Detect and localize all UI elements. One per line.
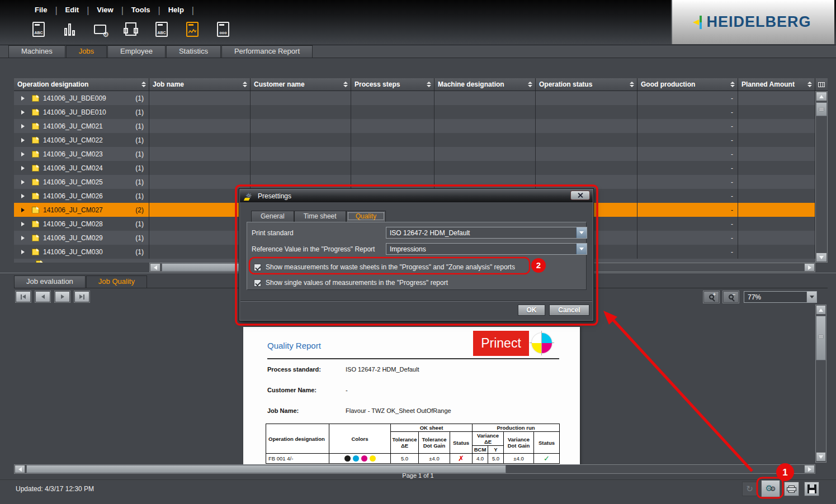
- empty-cell: [149, 133, 251, 147]
- sort-spinner-icon[interactable]: [807, 82, 812, 87]
- tab-job-evaluation[interactable]: Job evaluation: [14, 275, 86, 288]
- expand-icon[interactable]: [21, 166, 25, 170]
- expand-icon[interactable]: [21, 152, 25, 156]
- column-header-process-steps[interactable]: Process steps: [351, 78, 434, 91]
- sort-spinner-icon[interactable]: [528, 82, 532, 87]
- last-page-button[interactable]: [74, 291, 89, 302]
- menu-edit[interactable]: Edit: [58, 4, 87, 16]
- dialog-title-bar[interactable]: ☼ Presettings: [240, 189, 593, 202]
- column-header-planned-amount[interactable]: Planned Amount: [738, 78, 815, 91]
- preview-vscroll-thumb[interactable]: [816, 316, 826, 360]
- tab-statistics[interactable]: Statistics: [166, 45, 221, 58]
- column-header-operation-status[interactable]: Operation status: [536, 78, 637, 91]
- dialog-tab-quality[interactable]: Quality: [346, 211, 386, 222]
- checkbox-checked-icon[interactable]: [254, 264, 261, 271]
- table-scroll-up-button[interactable]: [816, 92, 827, 101]
- table-row[interactable]: 141006_JU_CM023(1)-: [14, 147, 815, 161]
- column-config-button[interactable]: [815, 78, 828, 91]
- next-page-button[interactable]: [55, 291, 70, 302]
- press-machine-icon[interactable]: [122, 20, 139, 38]
- sort-spinner-icon[interactable]: [427, 82, 431, 87]
- column-header-job-name[interactable]: Job name: [149, 78, 251, 91]
- cancel-button[interactable]: Cancel: [549, 305, 589, 316]
- refresh-button[interactable]: ↻: [742, 482, 757, 496]
- column-header-good-production[interactable]: Good production: [637, 78, 738, 91]
- previous-page-button[interactable]: [35, 291, 50, 302]
- tab-job-quality[interactable]: Job Quality: [86, 275, 147, 288]
- preview-scroll-up-button[interactable]: [816, 305, 826, 315]
- save-button[interactable]: [804, 482, 819, 496]
- job-report-icon[interactable]: ABC: [153, 20, 170, 38]
- column-header-machine-designation[interactable]: Machine designation: [434, 78, 536, 91]
- machine-states-icon[interactable]: ooo: [215, 20, 232, 38]
- menu-help[interactable]: Help: [160, 4, 192, 16]
- job-list-icon[interactable]: ABC: [30, 20, 47, 38]
- zoom-in-button[interactable]: +: [703, 291, 719, 303]
- report-title: Quality Report: [267, 341, 321, 350]
- menu-tools[interactable]: Tools: [124, 4, 158, 16]
- sort-spinner-icon[interactable]: [730, 82, 735, 87]
- empty-cell: [251, 147, 351, 161]
- expand-icon[interactable]: [21, 250, 25, 254]
- first-page-button[interactable]: [16, 291, 31, 302]
- preview-scroll-down-button[interactable]: [816, 452, 826, 462]
- menu-file[interactable]: File: [27, 4, 55, 16]
- waste-sheets-checkbox-row[interactable]: Show measurements for waste sheets in th…: [254, 263, 515, 271]
- print-button[interactable]: [784, 482, 799, 496]
- expand-icon[interactable]: [21, 236, 25, 240]
- menu-view[interactable]: View: [89, 4, 121, 16]
- sort-spinner-icon[interactable]: [630, 82, 634, 87]
- table-scroll-left-button[interactable]: [150, 263, 160, 272]
- expand-icon[interactable]: [21, 110, 25, 115]
- empty-cell: [251, 161, 351, 175]
- zoom-level-select[interactable]: 77%: [744, 291, 817, 303]
- table-scroll-down-button[interactable]: [816, 253, 827, 262]
- column-header-customer-name[interactable]: Customer name: [251, 78, 351, 91]
- dropdown-arrow-icon[interactable]: [576, 244, 587, 254]
- tab-performance-report[interactable]: Performance Report: [221, 45, 313, 58]
- dropdown-arrow-icon[interactable]: [806, 292, 816, 302]
- empty-cell: [738, 245, 815, 259]
- table-row[interactable]: 141006_JU_BDE009(1)-: [14, 91, 815, 105]
- expand-icon[interactable]: [21, 180, 25, 184]
- tab-employee[interactable]: Employee: [107, 45, 166, 58]
- table-row[interactable]: 141006_JU_CM024(1)-: [14, 161, 815, 175]
- dialog-close-button[interactable]: [570, 191, 590, 200]
- machine-utilization-icon[interactable]: [61, 20, 78, 38]
- dropdown-arrow-icon[interactable]: [576, 227, 587, 238]
- tab-jobs[interactable]: Jobs: [66, 45, 107, 58]
- table-row[interactable]: 141006_JU_BDE010(1)-: [14, 105, 815, 119]
- print-standard-select[interactable]: ISO 12647-2 HDM_Default: [386, 227, 587, 239]
- dialog-tab-general[interactable]: General: [251, 211, 294, 222]
- table-vscrollbar[interactable]: [815, 91, 828, 263]
- sort-spinner-icon[interactable]: [243, 82, 247, 87]
- expand-icon[interactable]: [21, 124, 25, 129]
- sort-spinner-icon[interactable]: [343, 82, 348, 87]
- reference-value-select[interactable]: Impressions: [386, 243, 587, 255]
- table-scroll-right-button[interactable]: [804, 263, 815, 272]
- workstation-settings-icon[interactable]: [92, 20, 108, 38]
- tab-machines[interactable]: Machines: [8, 45, 65, 58]
- empty-cell: [738, 161, 815, 175]
- sort-spinner-icon[interactable]: [141, 82, 146, 87]
- table-vscroll-thumb[interactable]: [816, 102, 827, 116]
- expand-icon[interactable]: [21, 138, 25, 142]
- expand-icon[interactable]: [21, 208, 25, 212]
- column-header-operation-designation[interactable]: Operation designation: [14, 78, 149, 91]
- expand-icon[interactable]: [21, 96, 25, 101]
- table-row[interactable]: 141006_JU_CM021(1)-: [14, 119, 815, 133]
- checkbox-checked-icon[interactable]: [254, 279, 261, 287]
- operation-designation: 141006_JU_CM028: [43, 220, 103, 228]
- expand-icon[interactable]: [21, 222, 25, 226]
- expand-icon[interactable]: [21, 194, 25, 198]
- ok-button[interactable]: OK: [518, 305, 545, 316]
- single-values-checkbox-row[interactable]: Show single values of measurements in th…: [254, 279, 448, 287]
- table-row[interactable]: 141006_JU_CM025(1)-: [14, 175, 815, 189]
- table-row[interactable]: 141006_JU_CM022(1)-: [14, 133, 815, 147]
- report-preview-area: Quality Report Prinect Process standard:…: [0, 305, 836, 474]
- zoom-out-button[interactable]: −: [723, 291, 739, 303]
- dialog-tab-time-sheet[interactable]: Time sheet: [294, 211, 346, 222]
- operation-count: (1): [135, 178, 149, 186]
- presettings-button[interactable]: ⚙⚙: [761, 480, 780, 497]
- quality-report-icon[interactable]: [184, 20, 201, 38]
